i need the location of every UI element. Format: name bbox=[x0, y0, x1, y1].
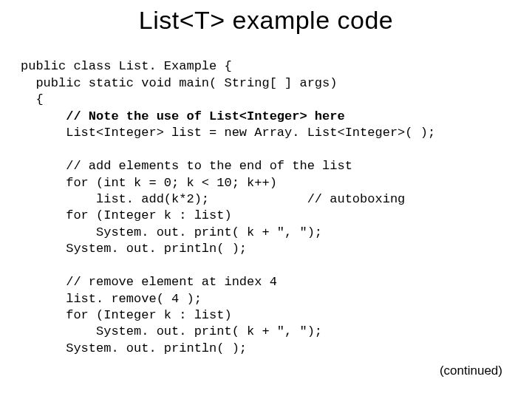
continued-label: (continued) bbox=[440, 364, 502, 378]
code-line: public class List. Example { bbox=[21, 59, 232, 73]
code-line: List<Integer> list = new Array. List<Int… bbox=[21, 126, 435, 140]
code-line: // add elements to the end of the list bbox=[21, 159, 352, 173]
code-line: for (Integer k : list) bbox=[21, 208, 232, 222]
code-line: System. out. println( ); bbox=[21, 242, 247, 256]
code-line: list. remove( 4 ); bbox=[21, 292, 202, 306]
code-line: System. out. println( ); bbox=[21, 341, 247, 355]
code-block: public class List. Example { public stat… bbox=[21, 42, 511, 357]
code-line: { bbox=[21, 92, 44, 106]
slide-title: List<T> example code bbox=[21, 6, 511, 35]
code-line: System. out. print( k + ", "); bbox=[21, 225, 322, 239]
code-line: list. add(k*2); // autoboxing bbox=[21, 192, 405, 206]
code-line: System. out. print( k + ", "); bbox=[21, 324, 322, 338]
code-line: // remove element at index 4 bbox=[21, 275, 277, 289]
code-line: public static void main( String[ ] args) bbox=[21, 76, 337, 90]
code-line: for (int k = 0; k < 10; k++) bbox=[21, 176, 277, 190]
code-line: for (Integer k : list) bbox=[21, 308, 232, 322]
slide: List<T> example code public class List. … bbox=[0, 0, 532, 399]
code-line-bold: // Note the use of List<Integer> here bbox=[21, 109, 345, 123]
